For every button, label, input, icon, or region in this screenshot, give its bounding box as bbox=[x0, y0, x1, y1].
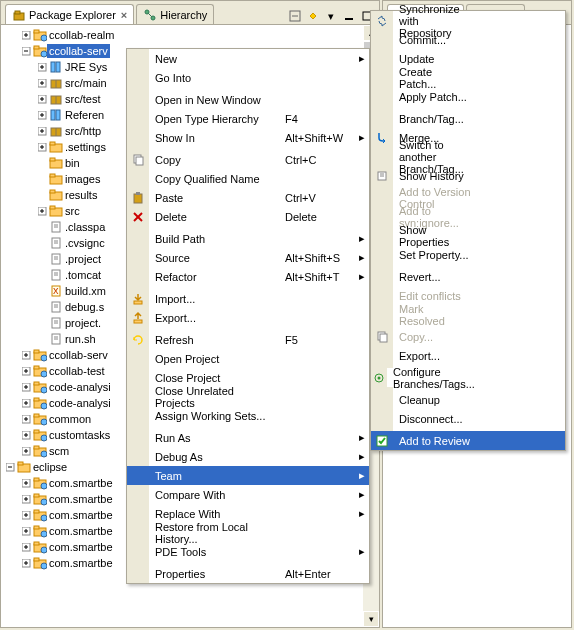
tree-node-label[interactable]: src/http bbox=[63, 124, 103, 138]
tree-node-label[interactable]: src/main bbox=[63, 76, 109, 90]
menu-item-refactor[interactable]: RefactorAlt+Shift+T▸ bbox=[127, 267, 369, 286]
menu-item-configure-branches-tags[interactable]: Configure Branches/Tags... bbox=[371, 368, 565, 387]
tree-node-label[interactable]: src/test bbox=[63, 92, 102, 106]
tree-node-label[interactable]: debug.s bbox=[63, 300, 106, 314]
tree-node-label[interactable]: common bbox=[47, 412, 93, 426]
menu-item-create-patch[interactable]: Create Patch... bbox=[371, 68, 565, 87]
tree-node-label[interactable]: com.smartbe bbox=[47, 508, 115, 522]
expand-icon[interactable] bbox=[19, 559, 33, 568]
tree-node-label[interactable]: com.smartbe bbox=[47, 524, 115, 538]
menu-item-copy[interactable]: CopyCtrl+C bbox=[127, 150, 369, 169]
menu-item-properties[interactable]: PropertiesAlt+Enter bbox=[127, 564, 369, 583]
menu-item-show-properties[interactable]: Show Properties bbox=[371, 226, 565, 245]
link-with-editor-icon[interactable] bbox=[305, 8, 321, 24]
menu-item-cleanup[interactable]: Cleanup bbox=[371, 390, 565, 409]
menu-item-revert[interactable]: Revert... bbox=[371, 267, 565, 286]
menu-item-open-type-hierarchy[interactable]: Open Type HierarchyF4 bbox=[127, 109, 369, 128]
tree-node-label[interactable]: .cvsignc bbox=[63, 236, 107, 250]
expand-icon[interactable] bbox=[35, 111, 49, 120]
menu-item-refresh[interactable]: RefreshF5 bbox=[127, 330, 369, 349]
expand-icon[interactable] bbox=[19, 47, 33, 56]
expand-icon[interactable] bbox=[19, 415, 33, 424]
context-menu[interactable]: New▸Go IntoOpen in New WindowOpen Type H… bbox=[126, 48, 370, 584]
tab-package-explorer[interactable]: Package Explorer × bbox=[5, 4, 134, 24]
menu-item-switch-to-another-branch-tag[interactable]: Switch to another Branch/Tag... bbox=[371, 147, 565, 166]
expand-icon[interactable] bbox=[19, 495, 33, 504]
menu-item-compare-with[interactable]: Compare With▸ bbox=[127, 485, 369, 504]
menu-item-branch-tag[interactable]: Branch/Tag... bbox=[371, 109, 565, 128]
expand-icon[interactable] bbox=[19, 479, 33, 488]
tree-node-label[interactable]: ccollab-realm bbox=[47, 28, 116, 42]
tree-node-label[interactable]: Referen bbox=[63, 108, 106, 122]
tree-node-label[interactable]: project. bbox=[63, 316, 103, 330]
menu-item-assign-working-sets[interactable]: Assign Working Sets... bbox=[127, 406, 369, 425]
menu-item-run-as[interactable]: Run As▸ bbox=[127, 428, 369, 447]
tree-node-label[interactable]: results bbox=[63, 188, 99, 202]
view-menu-icon[interactable]: ▾ bbox=[323, 8, 339, 24]
expand-icon[interactable] bbox=[35, 63, 49, 72]
menu-item-set-property[interactable]: Set Property... bbox=[371, 245, 565, 264]
tree-node-label[interactable]: .project bbox=[63, 252, 103, 266]
tree-node-label[interactable]: bin bbox=[63, 156, 82, 170]
expand-icon[interactable] bbox=[35, 127, 49, 136]
menu-item-build-path[interactable]: Build Path▸ bbox=[127, 229, 369, 248]
menu-item-import[interactable]: Import... bbox=[127, 289, 369, 308]
menu-item-new[interactable]: New▸ bbox=[127, 49, 369, 68]
menu-item-disconnect[interactable]: Disconnect... bbox=[371, 409, 565, 428]
expand-icon[interactable] bbox=[19, 383, 33, 392]
expand-icon[interactable] bbox=[35, 143, 49, 152]
menu-item-apply-patch[interactable]: Apply Patch... bbox=[371, 87, 565, 106]
menu-item-pde-tools[interactable]: PDE Tools▸ bbox=[127, 542, 369, 561]
expand-icon[interactable] bbox=[3, 463, 17, 472]
tree-node-label[interactable]: ccollab-serv bbox=[47, 348, 110, 362]
close-icon[interactable]: × bbox=[121, 9, 127, 21]
tree-node-label[interactable]: src bbox=[63, 204, 82, 218]
tree-node-label[interactable]: code-analysi bbox=[47, 380, 113, 394]
menu-item-export[interactable]: Export... bbox=[371, 346, 565, 365]
menu-item-paste[interactable]: PasteCtrl+V bbox=[127, 188, 369, 207]
tree-node-label[interactable]: .tomcat bbox=[63, 268, 103, 282]
tree-node-label[interactable]: customtasks bbox=[47, 428, 112, 442]
tree-node-label[interactable]: com.smartbe bbox=[47, 492, 115, 506]
tree-node-label[interactable]: scm bbox=[47, 444, 71, 458]
expand-icon[interactable] bbox=[19, 543, 33, 552]
menu-item-delete[interactable]: DeleteDelete bbox=[127, 207, 369, 226]
expand-icon[interactable] bbox=[19, 431, 33, 440]
menu-item-debug-as[interactable]: Debug As▸ bbox=[127, 447, 369, 466]
expand-icon[interactable] bbox=[35, 95, 49, 104]
tree-node-label[interactable]: build.xm bbox=[63, 284, 108, 298]
menu-item-restore-from-local-history[interactable]: Restore from Local History... bbox=[127, 523, 369, 542]
menu-item-commit[interactable]: Commit... bbox=[371, 30, 565, 49]
tree-node-label[interactable]: com.smartbe bbox=[47, 476, 115, 490]
minimize-icon[interactable] bbox=[341, 8, 357, 24]
tree-node-label[interactable]: code-analysi bbox=[47, 396, 113, 410]
menu-item-source[interactable]: SourceAlt+Shift+S▸ bbox=[127, 248, 369, 267]
menu-item-show-history[interactable]: Show History bbox=[371, 166, 565, 185]
tree-node-label[interactable]: .classpa bbox=[63, 220, 107, 234]
expand-icon[interactable] bbox=[19, 351, 33, 360]
menu-item-add-to-review[interactable]: Add to Review bbox=[371, 431, 565, 450]
expand-icon[interactable] bbox=[19, 527, 33, 536]
tree-node-label[interactable]: run.sh bbox=[63, 332, 98, 346]
menu-item-close-unrelated-projects[interactable]: Close Unrelated Projects bbox=[127, 387, 369, 406]
team-submenu[interactable]: Synchronize with RepositoryCommit...Upda… bbox=[370, 10, 566, 451]
menu-item-synchronize-with-repository[interactable]: Synchronize with Repository bbox=[371, 11, 565, 30]
menu-item-open-in-new-window[interactable]: Open in New Window bbox=[127, 90, 369, 109]
tab-hierarchy[interactable]: Hierarchy bbox=[136, 4, 214, 24]
expand-icon[interactable] bbox=[35, 207, 49, 216]
menu-item-go-into[interactable]: Go Into bbox=[127, 68, 369, 87]
tree-node-label[interactable]: ccollab-serv bbox=[47, 44, 110, 58]
collapse-all-icon[interactable] bbox=[287, 8, 303, 24]
tree-node[interactable]: ccollab-realm bbox=[1, 27, 379, 43]
menu-item-copy-qualified-name[interactable]: Copy Qualified Name bbox=[127, 169, 369, 188]
expand-icon[interactable] bbox=[19, 447, 33, 456]
tree-node-label[interactable]: .settings bbox=[63, 140, 108, 154]
tree-node-label[interactable]: eclipse bbox=[31, 460, 69, 474]
menu-item-export[interactable]: Export... bbox=[127, 308, 369, 327]
menu-item-show-in[interactable]: Show InAlt+Shift+W▸ bbox=[127, 128, 369, 147]
tree-node-label[interactable]: com.smartbe bbox=[47, 556, 115, 570]
tree-node-label[interactable]: ccollab-test bbox=[47, 364, 107, 378]
tree-node-label[interactable]: com.smartbe bbox=[47, 540, 115, 554]
expand-icon[interactable] bbox=[19, 367, 33, 376]
scroll-down-button[interactable]: ▾ bbox=[363, 611, 379, 627]
